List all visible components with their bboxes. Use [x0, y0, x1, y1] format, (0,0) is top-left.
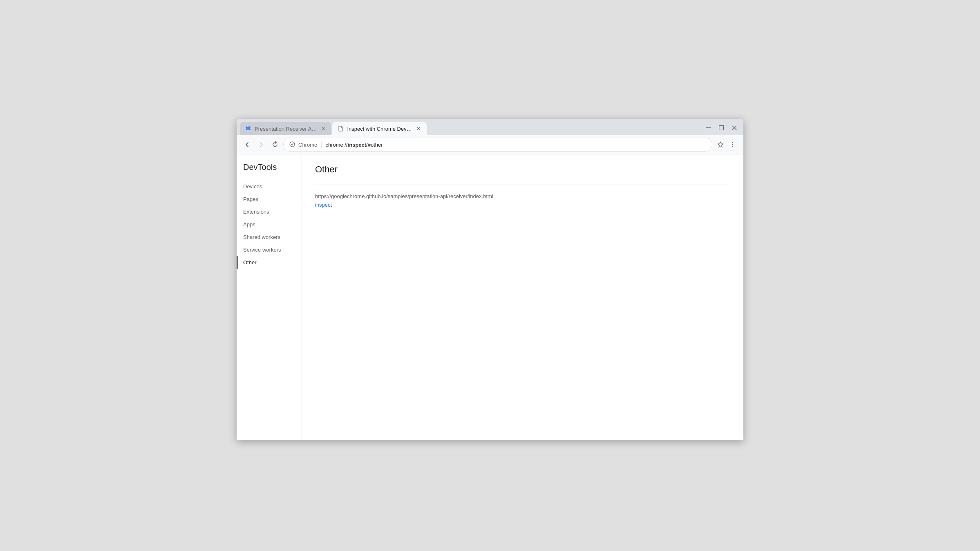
tab-presentation-title: Presentation Receiver A…: [255, 126, 317, 132]
reload-button[interactable]: [269, 139, 281, 150]
toolbar-actions: [715, 139, 738, 150]
url-separator: |: [320, 141, 322, 148]
sidebar-item-service-workers-label: Service workers: [243, 247, 281, 253]
svg-point-6: [732, 144, 733, 145]
inspect-url: https://googlechrome.github.io/samples/p…: [315, 193, 730, 199]
sidebar-nav: Devices Pages Extensions Apps Shared wor…: [237, 180, 302, 269]
puzzle-icon: [245, 125, 251, 132]
tab-inspect-title: Inspect with Chrome Dev…: [347, 126, 412, 132]
sidebar-item-devices-label: Devices: [243, 183, 262, 190]
svg-rect-0: [706, 127, 711, 128]
security-icon: [289, 141, 295, 148]
site-name: Chrome: [298, 142, 317, 148]
forward-button[interactable]: [255, 139, 267, 150]
tab-presentation-close[interactable]: ✕: [320, 125, 327, 132]
more-button[interactable]: [727, 139, 738, 150]
page-title: Other: [315, 164, 730, 175]
tab-inspect-close[interactable]: ✕: [415, 125, 422, 132]
title-bar: Presentation Receiver A… ✕ Inspect with …: [237, 119, 743, 135]
close-button[interactable]: [729, 124, 740, 132]
window-controls: [703, 124, 740, 135]
sidebar-item-extensions-label: Extensions: [243, 209, 269, 215]
svg-rect-1: [719, 126, 724, 130]
sidebar-item-pages-label: Pages: [243, 196, 258, 202]
inspect-link[interactable]: inspect: [315, 202, 332, 208]
sidebar-item-other[interactable]: Other: [237, 256, 302, 269]
sidebar-item-apps[interactable]: Apps: [237, 218, 302, 231]
empty-tab-space: [427, 124, 444, 135]
sidebar-item-pages[interactable]: Pages: [237, 193, 302, 205]
sidebar-item-apps-label: Apps: [243, 221, 255, 228]
sidebar-item-shared-workers-label: Shared workers: [243, 234, 280, 240]
browser-body: DevTools Devices Pages Extensions Apps S…: [237, 154, 743, 440]
svg-point-5: [732, 142, 733, 143]
maximize-button[interactable]: [716, 124, 727, 132]
sidebar: DevTools Devices Pages Extensions Apps S…: [237, 154, 302, 440]
bookmark-button[interactable]: [715, 139, 726, 150]
sidebar-item-other-label: Other: [243, 259, 257, 265]
tab-presentation[interactable]: Presentation Receiver A… ✕: [240, 122, 331, 135]
tab-inspect[interactable]: Inspect with Chrome Dev… ✕: [332, 122, 426, 135]
sidebar-title: DevTools: [237, 163, 302, 180]
toolbar: Chrome | chrome://inspect/#other: [237, 135, 743, 154]
url-bold-part: inspect: [348, 142, 367, 148]
sidebar-item-service-workers[interactable]: Service workers: [237, 243, 302, 256]
svg-point-7: [732, 146, 733, 147]
address-bar[interactable]: Chrome | chrome://inspect/#other: [283, 138, 712, 152]
back-button[interactable]: [242, 139, 253, 150]
browser-window: Presentation Receiver A… ✕ Inspect with …: [237, 119, 743, 440]
minimize-button[interactable]: [703, 124, 714, 132]
section-divider: [315, 185, 730, 185]
url-display: chrome://inspect/#other: [325, 142, 706, 148]
sidebar-item-shared-workers[interactable]: Shared workers: [237, 231, 302, 243]
document-icon: [337, 125, 344, 132]
inspect-item: https://googlechrome.github.io/samples/p…: [315, 193, 730, 208]
sidebar-item-devices[interactable]: Devices: [237, 180, 302, 193]
content-area: Other https://googlechrome.github.io/sam…: [302, 154, 743, 440]
sidebar-item-extensions[interactable]: Extensions: [237, 205, 302, 218]
